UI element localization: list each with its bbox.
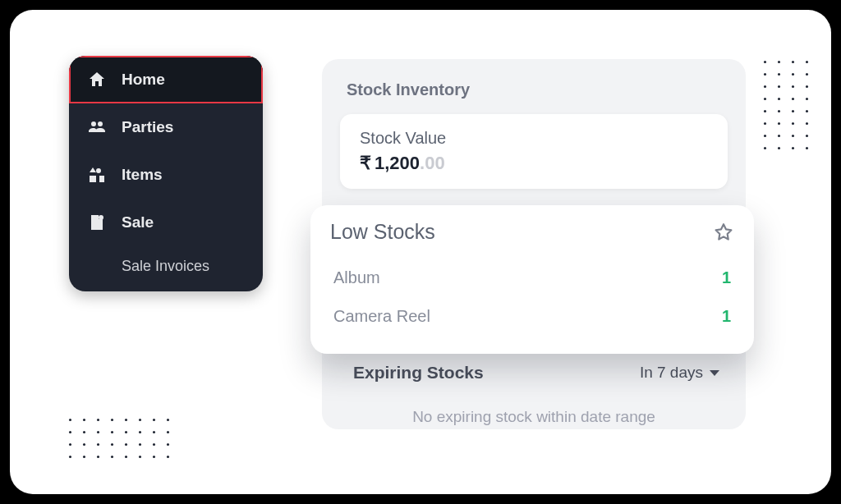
sidebar-subitem-sale-invoices[interactable]: Sale Invoices bbox=[69, 246, 263, 291]
sidebar-item-label: Home bbox=[122, 71, 165, 89]
low-stock-row[interactable]: Camera Reel 1 bbox=[330, 297, 734, 336]
expiring-empty-text: No expiring stock within date range bbox=[347, 391, 721, 429]
svg-point-0 bbox=[99, 215, 103, 220]
stock-value-label: Stock Value bbox=[360, 129, 708, 148]
decorative-dots-top-right bbox=[764, 61, 808, 149]
expiring-title: Expiring Stocks bbox=[353, 363, 484, 383]
app-card: Home Parties Items Sale S bbox=[10, 10, 831, 494]
expiring-filter-dropdown[interactable]: In 7 days bbox=[640, 364, 719, 382]
low-stocks-title: Low Stocks bbox=[330, 220, 435, 244]
low-stock-qty: 1 bbox=[722, 307, 731, 326]
expiring-stocks-section: Expiring Stocks In 7 days No expiring st… bbox=[340, 351, 728, 429]
low-stock-qty: 1 bbox=[722, 268, 731, 287]
low-stock-name: Album bbox=[333, 268, 380, 287]
invoice-icon bbox=[87, 213, 107, 232]
outer-frame: Home Parties Items Sale S bbox=[0, 0, 841, 504]
panel-title: Stock Inventory bbox=[347, 80, 728, 99]
sidebar-item-sale[interactable]: Sale bbox=[69, 199, 263, 246]
currency-symbol: ₹ bbox=[360, 153, 371, 174]
amount-int: 1,200 bbox=[375, 153, 420, 174]
low-stocks-card: Low Stocks Album 1 Camera Reel 1 bbox=[310, 205, 754, 354]
expiring-filter-label: In 7 days bbox=[640, 364, 703, 382]
sidebar-item-label: Parties bbox=[122, 118, 173, 136]
sidebar: Home Parties Items Sale S bbox=[69, 56, 263, 291]
sidebar-item-label: Sale bbox=[122, 213, 154, 231]
star-icon[interactable] bbox=[713, 222, 734, 243]
sidebar-item-home[interactable]: Home bbox=[69, 56, 263, 103]
sidebar-item-items[interactable]: Items bbox=[69, 151, 263, 199]
stock-value-card: Stock Value ₹ 1,200 .00 bbox=[340, 114, 728, 189]
home-icon bbox=[87, 70, 107, 89]
decorative-dots-bottom-left bbox=[69, 419, 169, 458]
caret-down-icon bbox=[710, 370, 719, 376]
amount-decimal: .00 bbox=[420, 153, 445, 174]
low-stock-name: Camera Reel bbox=[333, 307, 430, 326]
sidebar-subitem-label: Sale Invoices bbox=[122, 258, 209, 275]
stock-value-amount: ₹ 1,200 .00 bbox=[360, 153, 708, 174]
shapes-icon bbox=[87, 165, 107, 185]
low-stock-row[interactable]: Album 1 bbox=[330, 259, 734, 297]
users-icon bbox=[87, 117, 107, 137]
sidebar-item-label: Items bbox=[122, 166, 163, 184]
sidebar-item-parties[interactable]: Parties bbox=[69, 103, 263, 151]
